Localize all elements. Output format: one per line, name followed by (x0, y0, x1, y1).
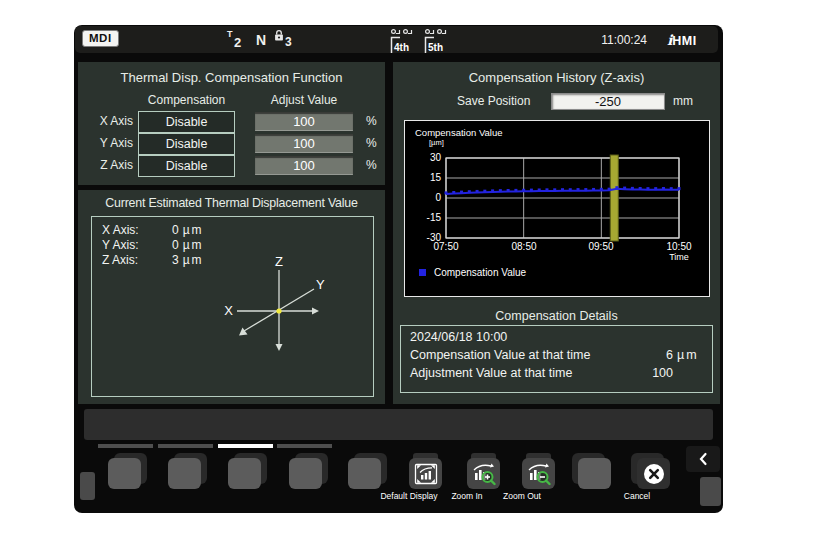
top-bar: MDI T 2 N 3 4th (75, 26, 718, 53)
axis-row-x: X Axis Disable 100 % (78, 111, 385, 133)
x-tick: 09:50 (579, 241, 623, 252)
compensation-toggle-button[interactable]: Disable (138, 133, 235, 155)
details-row: Compensation Value at that time 6 µm (410, 348, 703, 362)
svg-text:Z: Z (275, 254, 283, 269)
x-tick: 08:50 (502, 241, 546, 252)
softkey-button-1[interactable] (108, 458, 141, 489)
default-display-button[interactable] (409, 458, 442, 489)
zoom-out-button[interactable] (522, 458, 555, 489)
y-tick: 30 (413, 152, 441, 163)
counter-letter: N (256, 32, 266, 48)
x-tick: 07:50 (424, 241, 468, 252)
svg-text:X: X (224, 303, 233, 318)
cancel-button[interactable] (637, 458, 670, 489)
compensation-details-box: 2024/06/18 10:00 Compensation Value at t… (400, 325, 713, 393)
percent-unit: % (366, 158, 377, 172)
softkey-button-4[interactable] (289, 458, 322, 489)
axis-label: Z Axis (78, 158, 133, 172)
mode-badge: MDI (82, 30, 119, 47)
percent-unit: % (366, 136, 377, 150)
page-indicator (277, 444, 332, 448)
save-position-label: Save Position (457, 94, 530, 108)
axis-row-y: Y Axis Disable 100 % (78, 133, 385, 155)
hmi-screen: MDI T 2 N 3 4th (74, 25, 723, 513)
y-tick: -15 (413, 212, 441, 223)
page-indicator (218, 444, 273, 448)
panel-title: Current Estimated Thermal Displacement V… (78, 196, 385, 210)
origin-dot (276, 308, 281, 313)
tool-value: 2 (234, 35, 241, 50)
axis-label: X Axis (78, 114, 133, 128)
softkey-button-9[interactable] (578, 458, 611, 489)
clamp-4th-icon: 4th (389, 28, 419, 54)
save-position-input[interactable] (551, 93, 665, 110)
axis-clamp-indicators: 4th 5th (389, 28, 453, 54)
column-header-adjust-value: Adjust Value (255, 93, 353, 107)
softkey-button-3[interactable] (228, 458, 261, 489)
softkey-button-5[interactable] (348, 458, 381, 489)
zoom-out-icon (527, 462, 551, 486)
softkey-button-2[interactable] (168, 458, 201, 489)
lock-icon (273, 28, 285, 46)
details-title: Compensation Details (393, 309, 720, 323)
estimated-displacement-panel: Current Estimated Thermal Displacement V… (78, 190, 385, 404)
percent-unit: % (366, 114, 377, 128)
collapse-button[interactable] (686, 446, 720, 472)
y-tick: 15 (413, 172, 441, 183)
estimate-box: X Axis:0µm Y Axis:0µm Z Axis:3µm Z X Y (91, 216, 374, 397)
svg-text:5th: 5th (428, 42, 443, 53)
adjust-value-field[interactable]: 100 (255, 156, 353, 175)
mini-softkey-left[interactable] (80, 472, 95, 500)
adjust-value-field[interactable]: 100 (255, 134, 353, 153)
page-indicator (98, 444, 153, 448)
axis-label: Y Axis (78, 136, 133, 150)
chevron-left-icon (697, 451, 709, 467)
thermal-compensation-panel: Thermal Disp. Compensation Function Comp… (78, 62, 385, 185)
axis-row-z: Z Axis Disable 100 % (78, 155, 385, 177)
svg-text:4th: 4th (394, 42, 409, 53)
mini-softkey-right[interactable] (700, 477, 721, 506)
clamp-5th-icon: 5th (423, 28, 453, 54)
details-timestamp: 2024/06/18 10:00 (410, 330, 507, 344)
adjust-value-field[interactable]: 100 (255, 112, 353, 131)
legend-swatch (419, 269, 426, 276)
cancel-icon (642, 462, 666, 486)
page-indicator (158, 444, 213, 448)
default-display-icon (414, 462, 438, 486)
axes-diagram: Z X Y (92, 217, 373, 396)
time-axis-label: Time (657, 252, 701, 262)
panel-title: Compensation History (Z-axis) (393, 70, 720, 85)
softkey-label: Zoom Out (492, 492, 552, 502)
softkey-label: Zoom In (437, 492, 497, 502)
counter-value: 3 (285, 35, 292, 49)
mm-unit: mm (673, 94, 693, 108)
page-indicators (74, 444, 723, 448)
y-tick: 0 (413, 192, 441, 203)
chart-legend: Compensation Value (419, 267, 526, 278)
svg-text:Y: Y (316, 277, 325, 292)
tool-prefix: T (227, 29, 233, 39)
clock: 11:00:24 (591, 33, 647, 47)
softkey-label: Cancel (607, 492, 667, 502)
details-row: Adjustment Value at that time 100 (410, 366, 703, 380)
message-bar (84, 409, 713, 440)
compensation-toggle-button[interactable]: Disable (138, 111, 235, 133)
compensation-history-panel: Compensation History (Z-axis) Save Posit… (393, 62, 720, 404)
zoom-in-button[interactable] (467, 458, 500, 489)
panel-title: Thermal Disp. Compensation Function (78, 70, 385, 85)
history-chart: Compensation Value [µm] 30 15 0 -15 -30 … (404, 120, 710, 297)
zoom-in-icon (472, 462, 496, 486)
softkey-label: Default Display (379, 492, 439, 502)
x-tick: 10:50 (657, 241, 701, 252)
ihmi-logo: iHMI (667, 31, 697, 49)
compensation-toggle-button[interactable]: Disable (138, 155, 235, 177)
column-header-compensation: Compensation (138, 93, 235, 107)
legend-label: Compensation Value (434, 267, 526, 278)
